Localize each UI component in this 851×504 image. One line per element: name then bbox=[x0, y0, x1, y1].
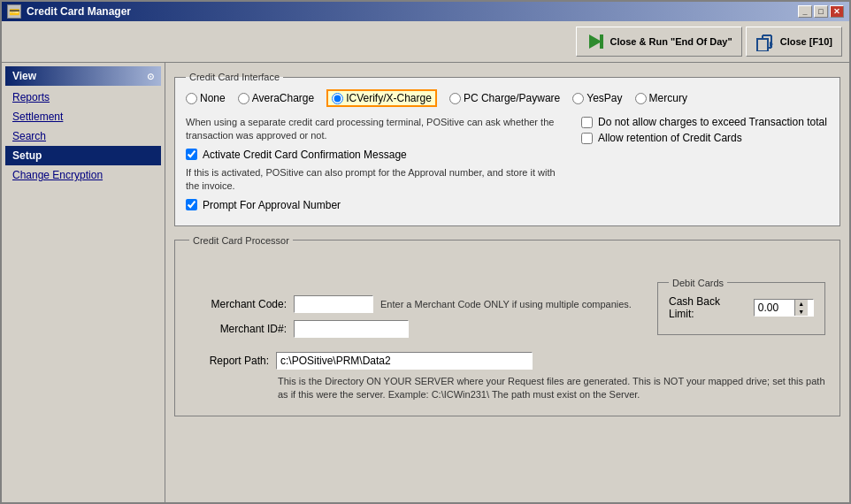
checkbox-retain-row: Allow retention of Credit Cards bbox=[581, 132, 829, 144]
radio-icverify-label: ICVerify/X-Charge bbox=[346, 92, 432, 104]
sidebar-item-setup[interactable]: Setup bbox=[5, 146, 161, 165]
sidebar: View ⊙ Reports Settlement Search Setup C… bbox=[2, 63, 165, 502]
cci-legend: Credit Card Interface bbox=[186, 72, 283, 82]
spin-up-button[interactable]: ▲ bbox=[795, 300, 808, 308]
merchant-code-row: Merchant Code: Enter a Merchant Code ONL… bbox=[189, 295, 640, 313]
close-run-eod-label: Close & Run "End Of Day" bbox=[610, 36, 732, 47]
credit-card-interface-group: Credit Card Interface None AveraCharge I… bbox=[174, 72, 840, 226]
debit-legend: Debit Cards bbox=[669, 278, 727, 288]
sidebar-item-search[interactable]: Search bbox=[5, 126, 161, 146]
checkbox-approval-label: Prompt For Approval Number bbox=[203, 199, 341, 211]
svg-rect-2 bbox=[757, 39, 768, 51]
cash-back-label: Cash Back Limit: bbox=[669, 295, 747, 320]
sidebar-title: View bbox=[12, 70, 36, 82]
checkbox-no-exceed-row: Do not allow charges to exceed Transacti… bbox=[581, 116, 829, 128]
radio-mercury-label: Mercury bbox=[649, 92, 687, 104]
close-icon bbox=[755, 32, 775, 51]
sidebar-collapse-icon[interactable]: ⊙ bbox=[147, 72, 154, 81]
processor-left: Merchant Code: Enter a Merchant Code ONL… bbox=[189, 260, 640, 345]
maximize-button[interactable]: □ bbox=[814, 5, 828, 18]
radio-mercury-input[interactable] bbox=[635, 93, 647, 104]
checkbox-approval-row: Prompt For Approval Number bbox=[186, 199, 564, 211]
checkbox-retain-label: Allow retention of Credit Cards bbox=[598, 132, 742, 144]
close-run-eod-button[interactable]: Close & Run "End Of Day" bbox=[576, 27, 742, 57]
toolbar: Close & Run "End Of Day" Close [F10] bbox=[2, 21, 849, 63]
report-path-row: Report Path: bbox=[189, 352, 825, 370]
radio-none-input[interactable] bbox=[186, 93, 197, 104]
radio-yespay[interactable]: YesPay bbox=[572, 92, 622, 104]
merchant-code-label: Merchant Code: bbox=[189, 298, 287, 310]
processor-group: Credit Card Processor Merchant Code: Ent… bbox=[174, 235, 840, 417]
processor-content: Merchant Code: Enter a Merchant Code ONL… bbox=[189, 260, 825, 345]
close-label: Close [F10] bbox=[780, 36, 832, 47]
close-button[interactable]: ✕ bbox=[830, 5, 844, 18]
cash-back-input[interactable] bbox=[755, 300, 794, 316]
radio-avera-label: AveraCharge bbox=[252, 92, 315, 104]
minimize-button[interactable]: _ bbox=[798, 5, 812, 18]
cci-left-col: When using a separate credit card proces… bbox=[186, 116, 564, 215]
title-bar: 💳 Credit Card Manager _ □ ✕ bbox=[2, 2, 849, 21]
window-title: Credit Card Manager bbox=[27, 5, 131, 18]
spinbox-arrows: ▲ ▼ bbox=[794, 300, 808, 316]
merchant-id-row: Merchant ID#: bbox=[189, 320, 640, 338]
radio-icverify[interactable]: ICVerify/X-Charge bbox=[326, 89, 437, 107]
interface-radio-group: None AveraCharge ICVerify/X-Charge PC Ch… bbox=[186, 89, 829, 107]
report-path-desc: This is the Directory ON YOUR SERVER whe… bbox=[278, 375, 825, 402]
radio-icverify-input[interactable] bbox=[332, 93, 343, 104]
merchant-code-input[interactable] bbox=[294, 295, 373, 313]
checkbox-retain[interactable] bbox=[581, 133, 593, 144]
merchant-code-hint: Enter a Merchant Code ONLY if using mult… bbox=[380, 299, 632, 309]
close-button-toolbar[interactable]: Close [F10] bbox=[746, 27, 842, 57]
debit-cards-group: Debit Cards Cash Back Limit: ▲ ▼ bbox=[657, 278, 825, 335]
radio-yespay-input[interactable] bbox=[572, 93, 584, 104]
main-content: View ⊙ Reports Settlement Search Setup C… bbox=[2, 63, 849, 502]
radio-none-label: None bbox=[200, 92, 226, 104]
radio-yespay-label: YesPay bbox=[586, 92, 622, 104]
sidebar-item-change-encryption[interactable]: Change Encryption bbox=[5, 165, 161, 185]
window-controls: _ □ ✕ bbox=[798, 5, 844, 18]
sidebar-item-settlement[interactable]: Settlement bbox=[5, 107, 161, 126]
checkbox-approval[interactable] bbox=[186, 199, 197, 210]
radio-pccharge-input[interactable] bbox=[449, 93, 461, 104]
sidebar-header: View ⊙ bbox=[5, 66, 161, 86]
merchant-id-label: Merchant ID#: bbox=[189, 323, 287, 335]
checkbox-confirm[interactable] bbox=[186, 149, 197, 160]
spin-down-button[interactable]: ▼ bbox=[795, 308, 808, 316]
cci-desc2: If this is activated, POSitive can also … bbox=[186, 166, 564, 194]
report-path-label: Report Path: bbox=[189, 355, 269, 367]
svg-marker-0 bbox=[589, 34, 602, 49]
debit-cards-section: Debit Cards Cash Back Limit: ▲ ▼ bbox=[657, 278, 825, 345]
checkbox-no-exceed[interactable] bbox=[581, 117, 593, 128]
report-path-input[interactable] bbox=[276, 352, 533, 370]
cci-desc1: When using a separate credit card proces… bbox=[186, 116, 564, 143]
cci-two-col: When using a separate credit card proces… bbox=[186, 116, 829, 215]
processor-spacer bbox=[189, 260, 640, 295]
content-area: Credit Card Interface None AveraCharge I… bbox=[165, 63, 849, 502]
checkbox-no-exceed-label: Do not allow charges to exceed Transacti… bbox=[598, 116, 827, 128]
cci-right-col: Do not allow charges to exceed Transacti… bbox=[581, 116, 829, 215]
radio-mercury[interactable]: Mercury bbox=[635, 92, 687, 104]
radio-pccharge-label: PC Charge/Payware bbox=[464, 92, 560, 104]
checkbox-confirm-label: Activate Credit Card Confirmation Messag… bbox=[203, 149, 407, 161]
checkbox-confirm-row: Activate Credit Card Confirmation Messag… bbox=[186, 149, 564, 161]
sidebar-item-reports[interactable]: Reports bbox=[5, 88, 161, 107]
eod-icon bbox=[586, 32, 605, 51]
svg-rect-1 bbox=[600, 34, 603, 49]
processor-legend: Credit Card Processor bbox=[189, 235, 293, 246]
main-window: 💳 Credit Card Manager _ □ ✕ Close & Run … bbox=[0, 0, 851, 504]
merchant-id-input[interactable] bbox=[294, 320, 409, 338]
radio-none[interactable]: None bbox=[186, 92, 226, 104]
cash-back-spinbox[interactable]: ▲ ▼ bbox=[754, 299, 814, 317]
radio-pccharge[interactable]: PC Charge/Payware bbox=[449, 92, 560, 104]
report-path-section: Report Path: This is the Directory ON YO… bbox=[189, 352, 825, 402]
window-icon: 💳 bbox=[7, 4, 21, 19]
radio-avera-input[interactable] bbox=[238, 93, 249, 104]
cash-back-row: Cash Back Limit: ▲ ▼ bbox=[669, 295, 814, 320]
radio-avera[interactable]: AveraCharge bbox=[238, 92, 315, 104]
